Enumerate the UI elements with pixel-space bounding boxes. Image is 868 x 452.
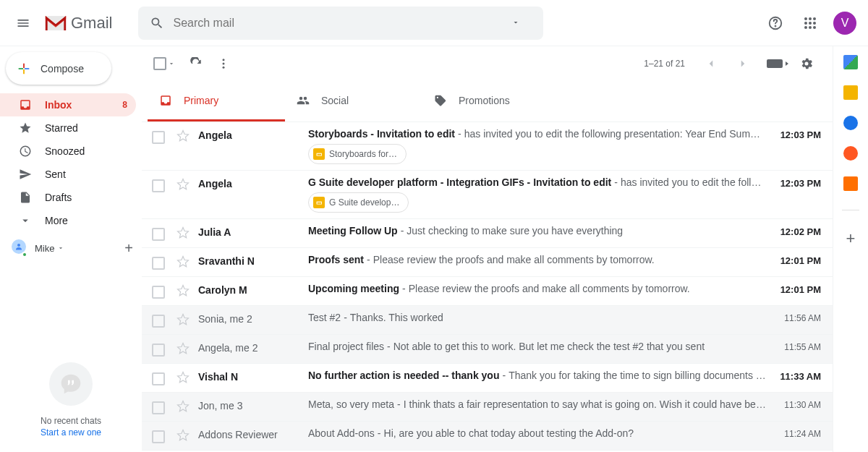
email-checkbox[interactable]	[152, 430, 165, 443]
main-menu-button[interactable]	[6, 6, 41, 40]
email-row[interactable]: Sravanthi NProofs sent - Please review t…	[142, 248, 833, 277]
email-row[interactable]: Julia AMeeting Follow Up - Just checking…	[142, 219, 833, 248]
toolbar-right: 1–21 of 21	[644, 49, 821, 78]
email-time: 12:03 PM	[778, 128, 821, 140]
svg-point-10	[813, 26, 816, 29]
prev-page-button[interactable]	[697, 49, 726, 78]
email-checkbox[interactable]	[152, 179, 165, 192]
nav-more[interactable]: More	[0, 209, 136, 232]
email-subject: Meeting Follow Up	[308, 225, 398, 236]
nav-starred[interactable]: Starred	[0, 116, 136, 140]
refresh-button[interactable]	[190, 57, 203, 70]
nav-label: Sent	[45, 169, 127, 180]
svg-point-14	[223, 67, 225, 69]
star-button[interactable]	[176, 178, 190, 191]
email-checkbox[interactable]	[152, 257, 165, 270]
chip-label: G Suite develop…	[329, 197, 399, 208]
svg-point-5	[804, 22, 807, 25]
select-all-checkbox[interactable]	[153, 57, 166, 70]
star-button[interactable]	[176, 284, 190, 297]
search-options-button[interactable]	[497, 17, 537, 29]
nav-label: Inbox	[45, 99, 122, 111]
select-dropdown[interactable]	[168, 60, 175, 67]
calendar-addon[interactable]	[843, 55, 858, 69]
help-button[interactable]	[761, 9, 790, 38]
new-chat-button[interactable]: +	[124, 240, 133, 257]
inbox-icon	[19, 98, 32, 111]
email-sender: Angela	[198, 128, 308, 141]
email-checkbox[interactable]	[152, 228, 165, 241]
email-row[interactable]: Jon, me 3Meta, so very meta - I think th…	[142, 393, 833, 422]
star-button[interactable]	[176, 255, 190, 268]
email-checkbox[interactable]	[152, 131, 165, 144]
email-row[interactable]: Angela, me 2Final project files - Not ab…	[142, 335, 833, 364]
hangouts-username: Mike	[35, 243, 54, 254]
settings-button[interactable]	[792, 49, 821, 78]
tab-primary[interactable]: Primary	[148, 81, 285, 121]
star-icon	[19, 121, 32, 135]
email-checkbox[interactable]	[152, 315, 165, 328]
chevron-right-icon	[736, 57, 749, 70]
more-actions-button[interactable]	[217, 57, 230, 70]
star-button[interactable]	[176, 400, 190, 413]
star-button[interactable]	[176, 313, 190, 326]
header-actions: V	[761, 9, 856, 38]
tab-promotions[interactable]: Promotions	[422, 81, 560, 121]
hangouts-header[interactable]: Mike +	[0, 235, 142, 261]
slides-icon: ▭	[313, 197, 325, 208]
logo[interactable]: Gmail	[43, 14, 112, 33]
nav-drafts[interactable]: Drafts	[0, 186, 136, 209]
email-checkbox[interactable]	[152, 401, 165, 414]
email-row[interactable]: Carolyn MUpcoming meeting - Please revie…	[142, 277, 833, 306]
star-button[interactable]	[176, 342, 190, 355]
email-checkbox[interactable]	[152, 372, 165, 385]
email-time: 12:03 PM	[778, 176, 821, 189]
tab-social[interactable]: Social	[285, 81, 422, 121]
compose-button[interactable]: Compose	[6, 52, 111, 85]
attachment-chip[interactable]: ▭G Suite develop…	[308, 192, 409, 213]
nav-list: Inbox8StarredSnoozedSentDraftsMore	[0, 93, 142, 232]
star-button[interactable]	[176, 429, 190, 442]
caret-down-icon	[57, 244, 64, 252]
nav-snoozed[interactable]: Snoozed	[0, 140, 136, 163]
tasks-addon[interactable]	[843, 116, 858, 130]
email-sender: Julia A	[198, 225, 308, 238]
email-snippet: Hi, are you able to chat today about tes…	[384, 427, 634, 439]
hangouts-start-link[interactable]: Start a new one	[41, 427, 101, 438]
email-row[interactable]: AngelaStoryboards - Invitation to edit -…	[142, 122, 833, 171]
keep-addon[interactable]	[843, 85, 858, 100]
email-content: No further action is needed -- thank you…	[308, 370, 778, 381]
email-row[interactable]: Addons ReviewerAbout Add-ons - Hi, are y…	[142, 422, 833, 451]
star-button[interactable]	[176, 129, 190, 142]
email-checkbox[interactable]	[152, 286, 165, 299]
email-sender: Angela	[198, 176, 308, 189]
nav-inbox[interactable]: Inbox8	[0, 93, 136, 116]
email-content: Meta, so very meta - I think thats a fai…	[308, 398, 778, 410]
addon-4[interactable]	[843, 146, 858, 161]
search-bar[interactable]	[138, 7, 543, 40]
addon-5[interactable]	[843, 176, 858, 191]
account-avatar[interactable]: V	[833, 12, 856, 35]
email-row[interactable]: AngelaG Suite developer platform - Integ…	[142, 171, 833, 219]
svg-point-4	[813, 17, 816, 20]
nav-count: 8	[122, 100, 127, 110]
email-checkbox[interactable]	[152, 344, 165, 357]
next-page-button[interactable]	[728, 49, 757, 78]
get-addons-button[interactable]: +	[846, 229, 856, 248]
attachment-chip[interactable]: ▭Storyboards for…	[308, 144, 407, 164]
email-snippet: I think thats a fair representation to s…	[404, 398, 766, 410]
tab-label: Promotions	[459, 95, 510, 106]
nav-sent[interactable]: Sent	[0, 163, 136, 186]
apps-button[interactable]	[796, 9, 825, 38]
hangouts-panel: No recent chats Start a new one	[0, 261, 142, 452]
email-sender: Sonia, me 2	[198, 312, 308, 325]
search-input[interactable]	[173, 17, 497, 30]
email-row[interactable]: Sonia, me 2Test #2 - Thanks. This worked…	[142, 306, 833, 335]
nav-label: Drafts	[45, 192, 127, 203]
apps-grid-icon	[804, 17, 817, 30]
email-row[interactable]: Vishal NNo further action is needed -- t…	[142, 364, 833, 393]
input-tools-button[interactable]	[760, 49, 789, 78]
star-button[interactable]	[176, 371, 190, 384]
email-subject: Proofs sent	[308, 254, 364, 265]
star-button[interactable]	[176, 226, 190, 239]
